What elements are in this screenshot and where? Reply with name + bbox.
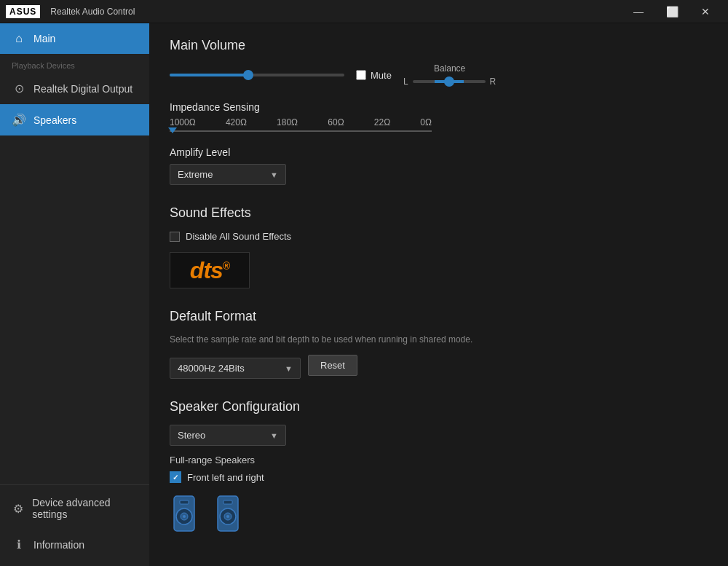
sidebar-speakers-label: Speakers bbox=[33, 114, 76, 126]
chevron-down-icon: ▼ bbox=[270, 170, 278, 179]
sound-effects-title: Sound Effects bbox=[170, 205, 708, 221]
disable-sound-effects-row: Disable All Sound Effects bbox=[170, 231, 708, 242]
speaker-config-section: Speaker Configuration Stereo ▼ Full-rang… bbox=[170, 399, 708, 535]
speaker-right-icon bbox=[213, 495, 242, 535]
app-body: ⌂ Main Playback Devices ⊙ Realtek Digita… bbox=[0, 23, 728, 566]
svg-rect-4 bbox=[180, 500, 189, 504]
balance-slider-thumb[interactable] bbox=[444, 76, 454, 87]
impedance-labels: 1000Ω 420Ω 180Ω 60Ω 22Ω 0Ω bbox=[170, 117, 432, 127]
speaker-icon-left bbox=[170, 495, 199, 535]
impedance-indicator bbox=[168, 127, 177, 133]
app-logo-area: ASUS Realtek Audio Control bbox=[6, 5, 135, 18]
close-button[interactable]: ✕ bbox=[689, 0, 722, 23]
volume-slider-thumb[interactable] bbox=[243, 70, 253, 80]
playback-devices-label: Playback Devices bbox=[0, 54, 149, 73]
balance-r-label: R bbox=[490, 76, 496, 87]
mute-checkbox[interactable] bbox=[356, 70, 366, 80]
svg-point-3 bbox=[183, 515, 186, 518]
balance-row: L R bbox=[403, 76, 496, 87]
sidebar-item-speakers[interactable]: 🔊 Speakers bbox=[0, 104, 149, 135]
device-advanced-settings-label: Device advanced settings bbox=[32, 497, 138, 520]
impedance-1000: 1000Ω bbox=[170, 117, 196, 127]
impedance-22: 22Ω bbox=[374, 117, 390, 127]
speaker-config-value: Stereo bbox=[178, 430, 205, 441]
default-format-dropdown[interactable]: 48000Hz 24Bits ▼ bbox=[170, 358, 301, 379]
default-format-title: Default Format bbox=[170, 309, 708, 324]
svg-rect-9 bbox=[223, 500, 232, 504]
chevron-down-icon-2: ▼ bbox=[285, 364, 293, 373]
audio-output-icon: ⊙ bbox=[12, 82, 26, 95]
home-icon: ⌂ bbox=[12, 32, 26, 45]
sidebar-realtek-label: Realtek Digital Output bbox=[33, 83, 132, 95]
front-left-right-row: ✓ Front left and right bbox=[170, 471, 708, 483]
amplify-section: Amplify Level Extreme ▼ bbox=[170, 146, 708, 185]
checkmark-icon: ✓ bbox=[173, 473, 178, 482]
mute-area: Mute bbox=[356, 70, 392, 81]
amplify-title: Amplify Level bbox=[170, 146, 708, 158]
impedance-0: 0Ω bbox=[420, 117, 432, 127]
default-format-desc: Select the sample rate and bit depth to … bbox=[170, 334, 708, 345]
impedance-60: 60Ω bbox=[328, 117, 344, 127]
minimize-button[interactable]: — bbox=[622, 0, 655, 23]
main-volume-title: Main Volume bbox=[170, 38, 708, 53]
balance-label: Balance bbox=[434, 63, 465, 74]
gear-icon: ⚙ bbox=[12, 502, 25, 516]
speaker-config-dropdown[interactable]: Stereo ▼ bbox=[170, 425, 286, 446]
front-left-right-checkbox[interactable]: ✓ bbox=[170, 471, 181, 483]
volume-row: Mute Balance L R bbox=[170, 63, 708, 87]
impedance-title: Impedance Sensing bbox=[170, 101, 708, 113]
sidebar-item-information[interactable]: ℹ Information bbox=[0, 529, 149, 560]
sidebar: ⌂ Main Playback Devices ⊙ Realtek Digita… bbox=[0, 23, 149, 566]
sidebar-item-realtek-digital-output[interactable]: ⊙ Realtek Digital Output bbox=[0, 73, 149, 104]
speaker-icon-right bbox=[213, 495, 242, 535]
dts-text: dts® bbox=[190, 259, 229, 282]
dts-logo[interactable]: dts® bbox=[170, 252, 250, 288]
main-content: Main Volume Mute Balance L bbox=[149, 23, 728, 566]
front-left-right-label: Front left and right bbox=[187, 472, 264, 483]
restore-button[interactable]: ⬜ bbox=[655, 0, 689, 23]
chevron-down-icon-3: ▼ bbox=[270, 431, 278, 440]
sound-effects-section: Sound Effects Disable All Sound Effects … bbox=[170, 205, 708, 288]
disable-sound-effects-checkbox[interactable] bbox=[170, 232, 180, 242]
disable-sound-effects-label: Disable All Sound Effects bbox=[186, 231, 291, 242]
amplify-dropdown-value: Extreme bbox=[178, 169, 213, 180]
impedance-section: Impedance Sensing 1000Ω 420Ω 180Ω 60Ω 22… bbox=[170, 101, 708, 132]
impedance-180: 180Ω bbox=[277, 117, 298, 127]
titlebar: ASUS Realtek Audio Control — ⬜ ✕ bbox=[0, 0, 728, 23]
volume-slider-fill bbox=[170, 74, 248, 76]
reset-button[interactable]: Reset bbox=[308, 355, 357, 376]
main-volume-section: Main Volume Mute Balance L bbox=[170, 38, 708, 87]
window-controls: — ⬜ ✕ bbox=[622, 0, 722, 23]
mute-label: Mute bbox=[371, 70, 392, 81]
format-row: 48000Hz 24Bits ▼ Reset bbox=[170, 352, 708, 379]
information-label: Information bbox=[33, 539, 84, 551]
speaker-icons-row bbox=[170, 495, 708, 535]
speaker-left-icon bbox=[170, 495, 199, 535]
app-title: Realtek Audio Control bbox=[50, 7, 135, 17]
amplify-dropdown[interactable]: Extreme ▼ bbox=[170, 164, 286, 185]
balance-slider-track[interactable] bbox=[413, 80, 486, 83]
sidebar-item-main-label: Main bbox=[33, 33, 55, 44]
impedance-bar[interactable] bbox=[170, 130, 432, 132]
impedance-420: 420Ω bbox=[226, 117, 247, 127]
speaker-icon: 🔊 bbox=[12, 113, 26, 127]
sidebar-item-device-advanced-settings[interactable]: ⚙ Device advanced settings bbox=[0, 488, 149, 529]
volume-slider-track[interactable] bbox=[170, 74, 344, 76]
balance-l-label: L bbox=[403, 76, 408, 87]
full-range-label: Full-range Speakers bbox=[170, 455, 708, 465]
info-icon: ℹ bbox=[12, 538, 26, 551]
sidebar-item-main[interactable]: ⌂ Main bbox=[0, 23, 149, 54]
default-format-value: 48000Hz 24Bits bbox=[178, 363, 245, 374]
svg-point-8 bbox=[226, 515, 229, 518]
sidebar-bottom: ⚙ Device advanced settings ℹ Information bbox=[0, 484, 149, 566]
speaker-config-title: Speaker Configuration bbox=[170, 399, 708, 414]
default-format-section: Default Format Select the sample rate an… bbox=[170, 309, 708, 379]
sidebar-nav: ⌂ Main Playback Devices ⊙ Realtek Digita… bbox=[0, 23, 149, 484]
asus-logo: ASUS bbox=[6, 5, 40, 18]
balance-area: Balance L R bbox=[403, 63, 496, 87]
